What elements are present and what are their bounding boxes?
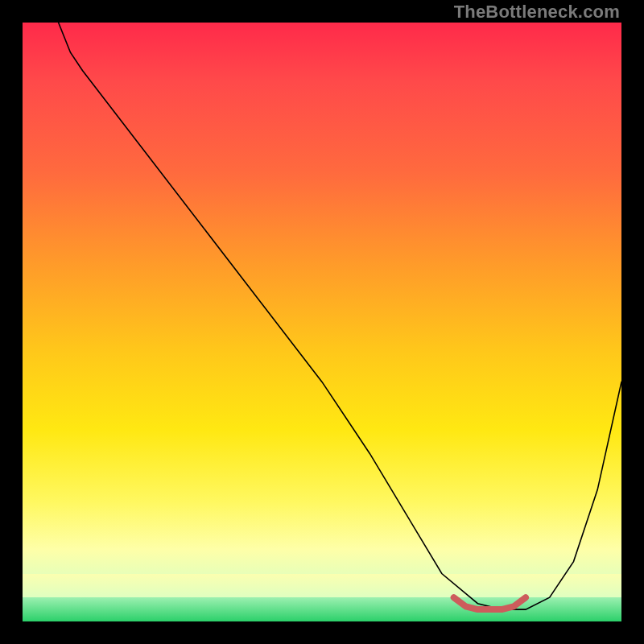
chart-frame: TheBottleneck.com (0, 0, 644, 644)
curve-layer (23, 23, 621, 621)
optimal-range-marker (454, 597, 526, 609)
bottleneck-curve (59, 23, 621, 609)
watermark: TheBottleneck.com (454, 2, 620, 23)
plot-area (23, 23, 621, 621)
